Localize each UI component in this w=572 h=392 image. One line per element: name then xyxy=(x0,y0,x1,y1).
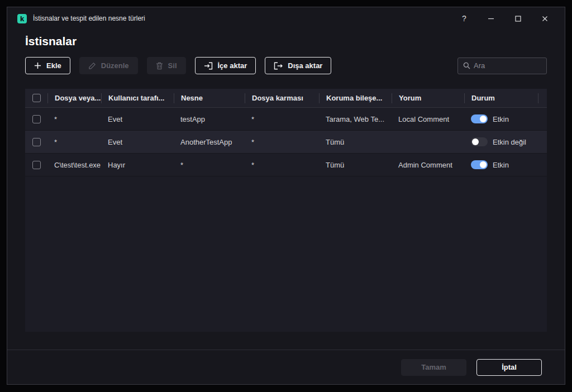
import-button[interactable]: İçe aktar xyxy=(195,57,256,74)
titlebar: k İstisnalar ve tespit edilen nesne türl… xyxy=(7,7,565,30)
table-header-row: Dosya veya... Kullanıcı tarafı... Nesne … xyxy=(25,89,547,108)
window-controls: ? xyxy=(460,14,549,23)
cell-object: testApp xyxy=(174,115,245,123)
header-checkbox-cell xyxy=(25,94,47,102)
exclusions-table: Dosya veya... Kullanıcı tarafı... Nesne … xyxy=(25,89,547,332)
column-header-object[interactable]: Nesne xyxy=(174,93,245,103)
cell-user: Evet xyxy=(101,115,174,123)
column-header-extra xyxy=(538,93,547,103)
column-header-components[interactable]: Koruma bileşe... xyxy=(319,93,392,103)
help-button[interactable]: ? xyxy=(460,14,469,23)
cell-object: * xyxy=(174,161,245,169)
column-header-comment[interactable]: Yorum xyxy=(392,93,464,103)
close-icon xyxy=(542,16,548,22)
kaspersky-logo-icon: k xyxy=(17,14,27,23)
search-input[interactable] xyxy=(474,61,541,70)
maximize-button[interactable] xyxy=(513,14,522,23)
pencil-icon xyxy=(88,62,96,70)
import-button-label: İçe aktar xyxy=(218,61,247,70)
column-header-user[interactable]: Kullanıcı tarafı... xyxy=(101,93,174,103)
cell-user: Evet xyxy=(101,138,174,146)
cell-file: C\test\test.exe xyxy=(47,161,101,169)
export-button[interactable]: Dışa aktar xyxy=(265,57,331,74)
status-toggle[interactable] xyxy=(471,137,488,146)
close-button[interactable] xyxy=(540,14,549,23)
cell-hash: * xyxy=(245,138,319,146)
table-row[interactable]: C\test\test.exe Hayır * * Tümü Admin Com… xyxy=(25,154,547,176)
status-label: Etkin xyxy=(493,161,509,169)
column-header-status[interactable]: Durum xyxy=(464,93,538,103)
ok-button[interactable]: Tamam xyxy=(401,359,466,376)
row-checkbox[interactable] xyxy=(32,138,41,146)
export-icon xyxy=(274,62,283,70)
window-title: İstisnalar ve tespit edilen nesne türler… xyxy=(33,15,145,22)
import-icon xyxy=(204,62,213,70)
row-checkbox[interactable] xyxy=(32,115,41,123)
cell-components: Tümü xyxy=(319,138,392,146)
status-label: Etkin değil xyxy=(493,138,526,146)
add-button-label: Ekle xyxy=(46,61,61,70)
exclusions-dialog-window: k İstisnalar ve tespit edilen nesne türl… xyxy=(7,7,565,385)
column-header-hash[interactable]: Dosya karması xyxy=(245,93,319,103)
cell-comment: Admin Comment xyxy=(392,161,464,169)
plus-icon xyxy=(34,62,41,69)
search-icon xyxy=(463,62,470,69)
delete-button-label: Sil xyxy=(168,61,177,70)
status-toggle[interactable] xyxy=(471,160,488,169)
page-title: İstisnalar xyxy=(25,35,547,48)
trash-icon xyxy=(156,62,163,70)
select-all-checkbox[interactable] xyxy=(32,94,41,102)
content-area: İstisnalar Ekle Düzenle Sil xyxy=(7,30,565,350)
edit-button[interactable]: Düzenle xyxy=(79,57,138,74)
cell-object: AnotherTestApp xyxy=(174,138,245,146)
delete-button[interactable]: Sil xyxy=(147,57,186,74)
cell-hash: * xyxy=(245,115,319,123)
cell-components: Tarama, Web Te... xyxy=(319,115,392,123)
edit-button-label: Düzenle xyxy=(101,61,129,70)
column-header-file[interactable]: Dosya veya... xyxy=(47,93,101,103)
cell-comment: Local Comment xyxy=(392,115,464,123)
cell-file: * xyxy=(47,115,101,123)
cell-file: * xyxy=(47,138,101,146)
add-button[interactable]: Ekle xyxy=(25,57,70,74)
cell-hash: * xyxy=(245,161,319,169)
maximize-icon xyxy=(515,16,521,22)
footer: Tamam İptal xyxy=(7,350,565,384)
table-row[interactable]: * Evet AnotherTestApp * Tümü Etkin değil xyxy=(25,131,547,154)
table-row[interactable]: * Evet testApp * Tarama, Web Te... Local… xyxy=(25,108,547,131)
cell-user: Hayır xyxy=(101,161,174,169)
status-label: Etkin xyxy=(493,115,509,123)
cell-components: Tümü xyxy=(319,161,392,169)
export-button-label: Dışa aktar xyxy=(288,61,322,70)
minimize-button[interactable] xyxy=(487,14,495,23)
toolbar: Ekle Düzenle Sil İçe aktar xyxy=(25,57,547,74)
cancel-button[interactable]: İptal xyxy=(476,359,542,376)
minimize-icon xyxy=(488,15,494,22)
status-toggle[interactable] xyxy=(471,114,488,123)
search-box[interactable] xyxy=(457,58,547,74)
row-checkbox[interactable] xyxy=(32,161,41,169)
